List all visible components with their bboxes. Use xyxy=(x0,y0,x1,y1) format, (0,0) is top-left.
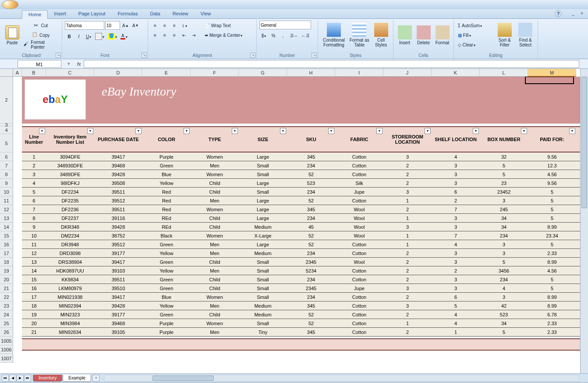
table-row[interactable]: 10DM223438752BlackWomenX-Large52Wool1723… xyxy=(22,231,580,240)
table-cell[interactable]: Tiny xyxy=(239,328,287,336)
paste-button[interactable]: Paste xyxy=(4,21,21,50)
underline-button[interactable]: U xyxy=(84,32,93,41)
table-cell[interactable]: 39510 xyxy=(94,284,142,292)
table-cell[interactable]: Cotton xyxy=(335,161,383,170)
table-row[interactable]: 5DF223439511RedChildSmall234Jupe36234525 xyxy=(22,188,580,196)
table-cell[interactable]: 45 xyxy=(287,223,335,231)
row-header-17[interactable]: 17 xyxy=(0,249,13,258)
table-cell[interactable]: 4 xyxy=(480,284,528,292)
col-header-H[interactable]: H xyxy=(287,69,335,77)
table-cell[interactable]: 39512 xyxy=(94,240,142,248)
table-cell[interactable]: Cotton xyxy=(335,240,383,248)
select-all-corner[interactable] xyxy=(0,69,13,77)
table-cell[interactable]: 38752 xyxy=(94,231,142,240)
table-cell[interactable]: 39428 xyxy=(94,301,142,310)
align-center-button[interactable]: ≡ xyxy=(160,30,169,40)
table-cell[interactable]: Cotton xyxy=(335,152,383,161)
tab-page-layout[interactable]: Page Layout xyxy=(72,10,112,18)
filter-button[interactable]: ▼ xyxy=(232,128,238,134)
table-cell[interactable]: Cotton xyxy=(335,266,383,275)
table-cell[interactable]: 3 xyxy=(383,223,432,231)
table-cell[interactable]: Small xyxy=(239,266,287,275)
table-cell[interactable]: 23452 xyxy=(480,188,528,196)
row-header-16[interactable]: 16 xyxy=(0,240,13,249)
table-cell[interactable]: Child xyxy=(191,223,239,231)
table-cell[interactable]: Purple xyxy=(142,328,191,336)
align-bottom-button[interactable]: ≡ xyxy=(170,21,179,30)
table-cell[interactable]: MIN3984 xyxy=(46,319,94,327)
table-cell[interactable]: 7 xyxy=(432,231,480,240)
table-cell[interactable]: Large xyxy=(239,214,287,222)
table-cell[interactable]: 23.34 xyxy=(528,231,576,240)
table-cell[interactable]: Yellow xyxy=(142,249,191,257)
table-cell[interactable]: 6.78 xyxy=(528,310,576,319)
clipboard-dialog-launcher[interactable]: ↘ xyxy=(56,53,61,58)
hscroll-thumb[interactable] xyxy=(152,376,214,381)
table-cell[interactable]: 345 xyxy=(287,301,335,310)
table-cell[interactable]: 3 xyxy=(432,179,480,187)
table-cell[interactable]: Cotton xyxy=(335,196,383,205)
font-size-combo[interactable] xyxy=(105,21,120,30)
tab-formulas[interactable]: Formulas xyxy=(112,10,144,18)
autosum-button[interactable]: Σ AutoSum xyxy=(457,21,493,30)
table-cell[interactable]: 3 xyxy=(480,196,528,205)
table-cell[interactable]: 42 xyxy=(480,301,528,310)
table-cell[interactable]: 6 xyxy=(432,293,480,301)
col-header-D[interactable]: D xyxy=(94,69,142,77)
table-cell[interactable]: 234 xyxy=(287,214,335,222)
table-cell[interactable]: 8.99 xyxy=(528,223,576,231)
table-row[interactable]: 20MIN398439468PurpleWomenSmall52Cotton14… xyxy=(22,319,580,328)
table-cell[interactable]: Cotton xyxy=(335,328,383,336)
table-cell[interactable]: 39508 xyxy=(94,179,142,187)
table-cell[interactable]: Men xyxy=(191,240,239,248)
col-header-B[interactable]: B xyxy=(22,69,46,77)
table-cell[interactable]: Small xyxy=(239,161,287,170)
table-cell[interactable]: Men xyxy=(191,196,239,205)
table-cell[interactable]: 2 xyxy=(383,179,432,187)
table-cell[interactable]: Large xyxy=(239,196,287,205)
table-cell[interactable]: Small xyxy=(239,188,287,196)
table-cell[interactable]: 345 xyxy=(287,152,335,161)
table-cell[interactable]: 2345 xyxy=(287,258,335,266)
table-row[interactable]: 13DRS3890439417GreenChildSmall2345Wool23… xyxy=(22,258,580,266)
table-cell[interactable]: Men xyxy=(191,266,239,275)
row-header-5[interactable]: 5 xyxy=(0,134,13,152)
table-cell[interactable]: 2.33 xyxy=(528,319,576,327)
table-cell[interactable]: Green xyxy=(142,161,191,170)
row-header-21[interactable]: 21 xyxy=(0,284,13,293)
tab-home[interactable]: Home xyxy=(22,10,48,19)
table-cell[interactable]: 8.99 xyxy=(528,301,576,310)
table-cell[interactable]: MIN021938 xyxy=(46,293,94,301)
shrink-font-button[interactable]: A▼ xyxy=(131,21,140,30)
table-cell[interactable]: Yellow xyxy=(142,179,191,187)
table-cell[interactable]: 12 xyxy=(22,249,46,257)
table-cell[interactable]: 39511 xyxy=(94,275,142,284)
table-cell[interactable]: DF2235 xyxy=(46,196,94,205)
table-cell[interactable]: 39177 xyxy=(94,249,142,257)
col-header-A[interactable]: A xyxy=(13,69,22,77)
table-cell[interactable]: 7 xyxy=(432,205,480,213)
table-cell[interactable]: 1 xyxy=(22,152,46,161)
row-header-13[interactable]: 13 xyxy=(0,214,13,223)
table-cell[interactable]: 3 xyxy=(432,284,480,292)
table-cell[interactable]: 5 xyxy=(528,240,576,248)
table-cell[interactable]: 3456 xyxy=(480,266,528,275)
merge-center-button[interactable]: ⬌ Merge & Center xyxy=(203,30,256,40)
table-cell[interactable]: 39511 xyxy=(94,205,142,213)
table-cell[interactable]: Cotton xyxy=(335,301,383,310)
filter-button[interactable]: ▼ xyxy=(87,128,93,134)
sheet-nav-next[interactable]: ▶ xyxy=(17,375,24,382)
table-cell[interactable]: Large xyxy=(239,205,287,213)
table-cell[interactable]: 4 xyxy=(432,240,480,248)
table-cell[interactable]: Cotton xyxy=(335,249,383,257)
col-header-L[interactable]: L xyxy=(480,69,528,77)
table-cell[interactable]: 39512 xyxy=(94,196,142,205)
table-cell[interactable]: 1 xyxy=(383,231,432,240)
table-row[interactable]: 9DKR34839428REdChildMedium45Wool33348.99 xyxy=(22,223,580,231)
table-cell[interactable]: 52 xyxy=(287,196,335,205)
table-cell[interactable]: Men xyxy=(191,301,239,310)
table-cell[interactable]: Large xyxy=(239,240,287,248)
help-icon[interactable]: ? xyxy=(555,10,562,17)
table-cell[interactable]: 8.99 xyxy=(528,258,576,266)
table-cell[interactable]: 2 xyxy=(383,293,432,301)
